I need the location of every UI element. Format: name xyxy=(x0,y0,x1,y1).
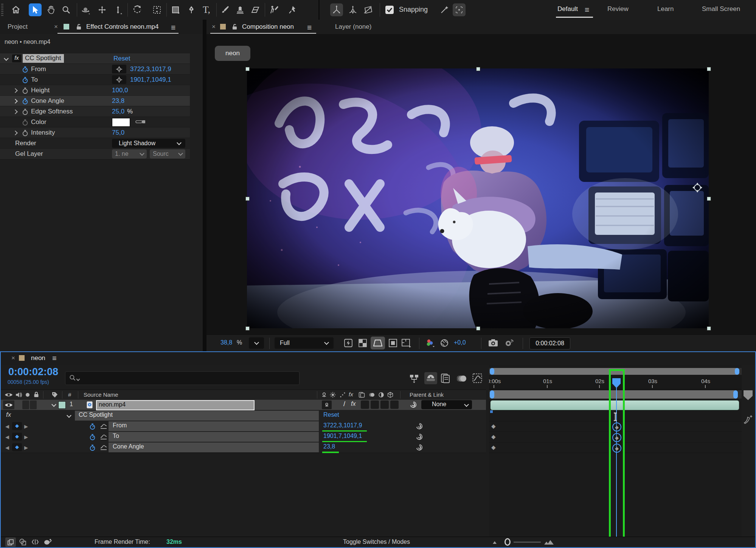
parent-link-column-header[interactable]: Parent & Link xyxy=(410,391,444,398)
workspace-tab-learn[interactable]: Learn xyxy=(657,5,674,13)
vertical-panel-divider[interactable] xyxy=(203,20,206,351)
work-area-start-handle[interactable] xyxy=(490,390,494,399)
region-of-interest-icon[interactable] xyxy=(388,338,398,348)
parent-pickwhip-icon[interactable] xyxy=(410,401,417,408)
workspace-menu-icon[interactable]: ≡ xyxy=(585,5,589,14)
tab-layer-none[interactable]: Layer (none) xyxy=(335,23,371,31)
composition-tab-close-icon[interactable]: × xyxy=(212,23,216,31)
prop-label-cone-angle[interactable]: Cone Angle xyxy=(31,97,64,105)
tab-project[interactable]: Project xyxy=(8,23,28,31)
effect-controls-panel-menu-icon[interactable]: ≡ xyxy=(171,23,175,32)
timeline-zoom-knob[interactable] xyxy=(505,538,511,546)
timeline-zoom-track[interactable] xyxy=(514,542,541,543)
value-graph-icon[interactable] xyxy=(100,434,107,440)
local-axis-mode-icon[interactable] xyxy=(330,3,343,16)
timeline-effect-reset[interactable]: Reset xyxy=(323,411,339,418)
preview-timecode-box[interactable]: 0:00:02:08 xyxy=(529,337,570,349)
layer-motion-blur-switch[interactable] xyxy=(371,401,379,409)
expand-cone-angle-chevron-icon[interactable] xyxy=(13,99,18,104)
value-graph-icon[interactable] xyxy=(100,444,107,450)
audio-column-icon[interactable] xyxy=(15,391,22,398)
clone-stamp-tool-icon[interactable] xyxy=(234,3,247,16)
layer-row-neon[interactable]: 1 neon.mp4 / fx None xyxy=(1,400,486,410)
timeline-prop-row-from[interactable]: ◀ ◆ ▶ From 3722,3,1017,9 xyxy=(1,421,486,432)
inout-columns-icon[interactable] xyxy=(31,538,39,546)
lock-column-icon[interactable] xyxy=(33,391,39,398)
tab-effect-controls[interactable]: Effect Controls neon.mp4 xyxy=(86,23,159,31)
composition-panel-menu-icon[interactable]: ≡ xyxy=(307,23,312,32)
snap-bounds-icon[interactable] xyxy=(453,3,466,16)
transfer-controls-icon[interactable] xyxy=(19,538,26,546)
layer-expand-chevron-icon[interactable] xyxy=(51,402,56,407)
layer-handle[interactable] xyxy=(707,67,711,71)
composition-flowchart-icon[interactable] xyxy=(409,374,420,383)
puppet-pin-tool-icon[interactable] xyxy=(286,3,299,16)
layer-number-column-header[interactable]: # xyxy=(68,391,71,398)
zoom-tool-icon[interactable] xyxy=(60,3,73,16)
kf-current-toggle[interactable]: ◆ xyxy=(12,422,22,430)
type-tool-icon[interactable]: T, xyxy=(200,3,213,16)
label-column-icon[interactable] xyxy=(51,391,58,398)
timeline-tab-close-icon[interactable]: × xyxy=(11,354,15,362)
target-point-icon[interactable] xyxy=(112,65,126,73)
layer-label-chip[interactable] xyxy=(58,401,66,409)
stopwatch-to-icon[interactable] xyxy=(89,433,96,442)
magnification-value[interactable]: 38,8 xyxy=(220,339,232,346)
prop-label-edge-softness[interactable]: Edge Softness xyxy=(31,108,73,115)
kf-prev-icon[interactable]: ◀ xyxy=(5,445,9,450)
stopwatch-to-icon[interactable] xyxy=(22,76,28,85)
channel-settings-icon[interactable] xyxy=(425,338,435,348)
shy-layers-toggle[interactable] xyxy=(424,372,437,384)
solo-column-icon[interactable] xyxy=(26,393,29,397)
fast-previews-icon[interactable] xyxy=(343,338,353,348)
eraser-tool-icon[interactable] xyxy=(249,3,262,16)
exposure-icon[interactable] xyxy=(439,338,449,348)
expand-layers-icon[interactable] xyxy=(5,537,16,547)
navigator-end-handle[interactable] xyxy=(735,368,739,375)
render-time-icon[interactable] xyxy=(43,538,52,546)
move-gizmo-icon[interactable] xyxy=(692,182,703,193)
prop-label-to[interactable]: To xyxy=(31,76,38,84)
panel-unlock-icon[interactable] xyxy=(231,23,238,30)
layer-collapse-switch[interactable] xyxy=(322,401,332,409)
mask-visibility-toggle[interactable] xyxy=(371,337,385,349)
render-dropdown[interactable]: Light Shadow xyxy=(112,139,185,148)
layer-adjustment-switch[interactable] xyxy=(380,401,389,409)
timeline-effect-name[interactable]: CC Spotlight xyxy=(79,411,113,418)
stopwatch-from-icon[interactable] xyxy=(89,423,96,432)
value-graph-icon[interactable] xyxy=(100,423,107,429)
layer-handle[interactable] xyxy=(245,326,250,331)
add-marker-icon[interactable] xyxy=(743,415,753,425)
stopwatch-from-icon[interactable] xyxy=(22,66,28,75)
kf-current-toggle[interactable]: ◆ xyxy=(12,443,22,451)
layer-3d-switch[interactable] xyxy=(390,401,399,409)
kf-next-icon[interactable]: ▶ xyxy=(24,435,28,439)
orbit-camera-tool-icon[interactable] xyxy=(79,3,92,16)
composition-canvas[interactable] xyxy=(247,68,709,328)
keyframe-cone-0s[interactable]: ◆ xyxy=(491,445,496,450)
stopwatch-edge-softness-icon[interactable] xyxy=(22,108,28,117)
snapping-checkbox[interactable] xyxy=(385,6,394,14)
view-axis-mode-icon[interactable] xyxy=(362,3,374,16)
timeline-track-area[interactable]: 0:00s 01s 02s 03s 04s ◆ ◆ ◆ xyxy=(489,365,742,537)
kf-prev-icon[interactable]: ◀ xyxy=(5,424,9,429)
zoom-in-mountain-icon[interactable] xyxy=(544,539,554,545)
kf-prev-icon[interactable]: ◀ xyxy=(5,435,9,439)
rectangle-tool-icon[interactable] xyxy=(169,3,182,16)
layer-handle[interactable] xyxy=(707,326,711,331)
prop-pickwhip-icon[interactable] xyxy=(416,444,423,451)
keyframe-to-0s[interactable]: ◆ xyxy=(491,434,496,439)
layer-handle[interactable] xyxy=(245,67,250,71)
prop-value-to[interactable]: 1901,7,1049,1 xyxy=(130,76,171,84)
prop-pickwhip-icon[interactable] xyxy=(416,423,423,430)
grid-guides-icon[interactable] xyxy=(401,338,411,348)
tab-composition[interactable]: Composition neon xyxy=(242,23,294,31)
timeline-value-to[interactable]: 1901,7,1049,1 xyxy=(323,433,362,439)
timeline-current-timecode[interactable]: 0:00:02:08 xyxy=(8,366,58,378)
layer-name-field[interactable]: neon.mp4 xyxy=(96,400,255,410)
layer-fx-switch[interactable]: fx xyxy=(351,401,355,407)
workspace-tab-small-screen[interactable]: Small Screen xyxy=(702,5,740,13)
toolbar-grip[interactable] xyxy=(1,4,3,16)
frame-blending-icon[interactable] xyxy=(440,373,451,383)
pan-camera-tool-icon[interactable] xyxy=(96,3,109,16)
